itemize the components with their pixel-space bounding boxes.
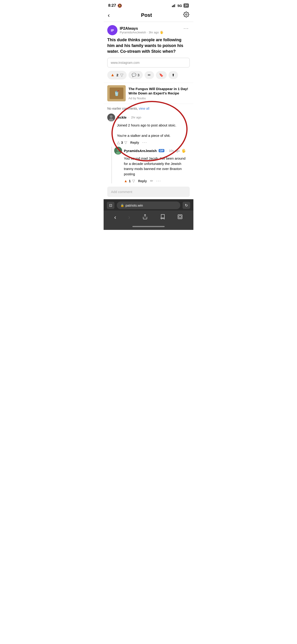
svg-rect-1 [173,5,174,7]
browser-tabs-icon[interactable]: ⊡ [107,202,114,209]
bookmark-icon: 🔖 [159,73,164,77]
reply-more-button[interactable]: ··· [156,178,161,183]
vote-count: 2 [116,73,118,77]
back-button[interactable]: ‹ [108,12,110,19]
post-header: IP IP2Always PyramidsAreJewish · 3hr ago… [107,25,190,35]
comment1-upvote[interactable]: △ [117,140,120,145]
home-indicator [104,224,194,230]
reply-body: You sound mad Jacob. I've been around fo… [124,156,190,177]
avatar-image: IP [107,25,118,35]
nav-bar: ‹ Post [104,10,194,22]
comment-icon: 💬 [132,73,136,77]
svg-point-15 [116,152,120,154]
svg-point-4 [186,14,187,16]
reply-item: PyramidsAreJewish OP · 10s ago 🖐 You sou… [114,147,190,183]
edit-pill[interactable]: ✏ [144,71,154,79]
reply-reply-button[interactable]: Reply [138,179,147,183]
comment-count: 3 [138,73,139,77]
ad-title: The Fungus Will Disappear in 1 Day! Writ… [128,86,190,96]
post-author-name[interactable]: IP2Always [120,26,164,31]
comment1-line1: Joined 2 hours ago to post about stoic. [117,123,190,128]
status-right: 5G 24 [172,4,189,8]
home-bar [132,226,164,227]
add-comment-input[interactable]: Add comment [107,186,190,197]
share-icon: ⬆ [172,73,175,77]
browser-share-button[interactable] [140,213,150,222]
page-title: Post [141,12,152,18]
ad-content: The Fungus Will Disappear in 1 Day! Writ… [128,86,190,100]
post-section: IP IP2Always PyramidsAreJewish · 3hr ago… [104,22,194,80]
comment1-author[interactable]: jeckle [117,116,127,119]
view-all-row: No earlier comments, view all [107,107,190,110]
reply-upvote[interactable]: ▲ [124,179,128,183]
comment1-header: jeckle · 2hr ago [107,114,190,122]
reply-header: PyramidsAreJewish OP · 10s ago 🖐 [114,147,190,154]
comment-item: jeckle · 2hr ago Joined 2 hours ago to p… [107,114,190,184]
reply-author[interactable]: PyramidsAreJewish [124,149,157,153]
reply-hand-icon: 🖐 [182,148,186,153]
browser-windows-button[interactable] [175,213,185,222]
page-wrapper: 8:27 🔕 5G 24 ‹ Post [104,0,194,230]
browser-url: patriots.win [126,204,143,207]
browser-bookmark-button[interactable] [158,213,168,222]
svg-point-11 [110,115,112,118]
reply-vote-count: 1 [129,179,131,183]
status-left: 8:27 🔕 [108,3,122,8]
comment1-time: · [128,116,130,119]
comment1-time-value: 2hr ago [131,116,141,119]
comment1-avatar [107,114,115,122]
no-earlier-label: No earlier comments, [107,107,138,110]
comment1-downvote[interactable]: ▽ [124,140,127,145]
settings-icon[interactable] [183,12,189,19]
hand-gesture-icon: 🖐 [160,31,164,34]
lock-icon: 🔒 [120,204,124,207]
ad-thumbnail: 🥤 [107,85,126,101]
downvote-button[interactable]: ▽ [120,72,124,78]
svg-rect-3 [175,4,176,7]
browser-url-bar[interactable]: 🔒 patriots.win [117,202,180,209]
browser-reload-button[interactable]: ↻ [182,202,190,209]
comment1-more-button[interactable]: ··· [142,140,147,145]
post-author-avatar[interactable]: IP [107,25,118,35]
browser-bar: ⊡ 🔒 patriots.win ↻ [104,199,194,210]
comment-pill[interactable]: 💬 3 [128,71,142,79]
comment1-vote-count: 3 [121,141,123,144]
ad-box[interactable]: 🥤 The Fungus Will Disappear in 1 Day! Wr… [104,83,194,104]
signal-icon [172,4,176,7]
comment1-vote-row: △ 3 ▽ [117,140,127,145]
bell-icon: 🔕 [118,4,122,8]
browser-back-button[interactable]: ‹ [112,213,118,222]
reply-edit-icon[interactable]: ✏ [150,179,153,183]
pencil-icon: ✏ [148,73,151,77]
svg-point-14 [117,148,119,151]
battery-indicator: 24 [184,4,189,8]
time-display: 8:27 [108,3,116,8]
reply-time-dot: · [166,149,167,152]
browser-nav-bar: ‹ › [104,210,194,224]
comments-section: No earlier comments, view all jeckle · 2… [104,104,194,184]
svg-rect-18 [178,215,182,219]
reply-actions: ▲ 1 ▽ Reply ✏ ··· [124,178,190,183]
vote-pill[interactable]: ▲ 2 ▽ [107,71,127,80]
reply-indent: PyramidsAreJewish OP · 10s ago 🖐 You sou… [112,147,190,183]
post-meta: PyramidsAreJewish · 3hr ago 🖐 [120,31,164,34]
upvote-button[interactable]: ▲ [110,72,115,78]
comment1-actions: △ 3 ▽ Reply ··· [117,140,190,145]
reply-time: 10s ago [169,149,180,152]
bookmark-pill[interactable]: 🔖 [156,71,167,79]
post-time: 3hr ago [149,31,159,34]
share-pill[interactable]: ⬆ [168,71,178,79]
post-subreddit[interactable]: PyramidsAreJewish [120,31,146,34]
comment1-reply-button[interactable]: Reply [130,141,139,144]
post-actions: ▲ 2 ▽ 💬 3 ✏ 🔖 ⬆ [107,71,190,80]
post-link[interactable]: www.instagram.com [107,58,190,68]
status-bar: 8:27 🔕 5G 24 [104,0,194,10]
reply-downvote[interactable]: ▽ [132,179,135,183]
comment1-body: Joined 2 hours ago to post about stoic. … [117,123,190,138]
ad-by: Ad by Nuubu [128,96,190,100]
post-more-button[interactable]: ··· [182,25,190,31]
reply-op-badge: OP [159,149,164,152]
view-all-link[interactable]: view all [139,107,150,110]
browser-forward-button[interactable]: › [126,213,132,222]
reply-avatar [114,147,122,154]
